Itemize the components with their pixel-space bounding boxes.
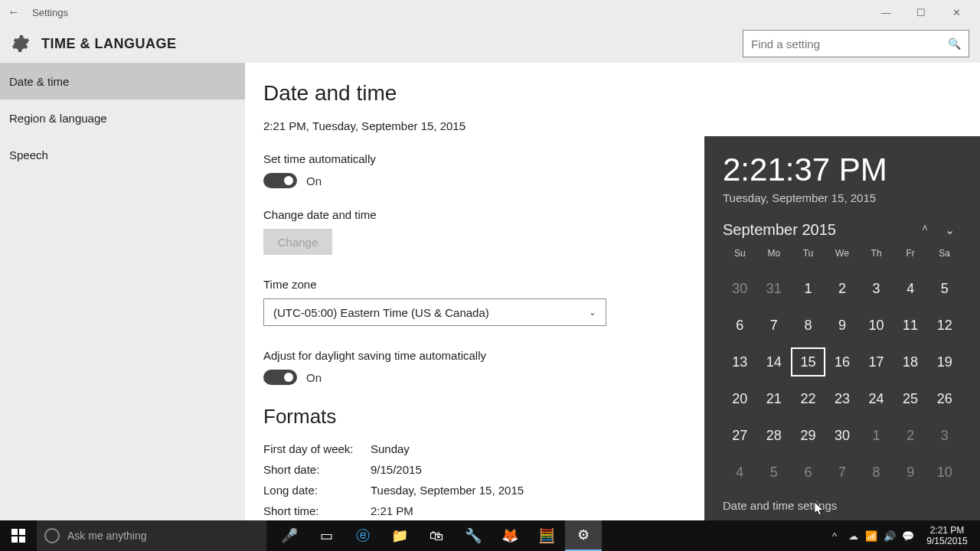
tray-overflow-icon[interactable]: ^ xyxy=(825,530,844,542)
sidebar-item-speech[interactable]: Speech xyxy=(0,136,245,173)
taskbar-clock[interactable]: 2:21 PM 9/15/2015 xyxy=(917,525,977,546)
toggle-set-time-auto[interactable] xyxy=(263,173,297,188)
calendar-day-cell[interactable]: 26 xyxy=(927,384,962,413)
calendar-day-cell[interactable]: 29 xyxy=(791,421,825,450)
tray-notifications-icon[interactable]: 💬 xyxy=(899,530,917,542)
calendar-day-cell[interactable]: 9 xyxy=(893,458,928,487)
close-button[interactable]: ✕ xyxy=(939,7,974,18)
flyout-month[interactable]: September 2015 xyxy=(723,221,913,239)
calendar-day-cell[interactable]: 5 xyxy=(927,274,962,303)
window-title: Settings xyxy=(32,7,68,18)
titlebar: ← Settings — ☐ ✕ xyxy=(0,0,980,24)
format-label: Long date: xyxy=(263,484,371,497)
taskbar-calculator-icon[interactable]: 🧮 xyxy=(528,520,565,551)
calendar-day-cell[interactable]: 2 xyxy=(825,274,860,303)
svg-rect-1 xyxy=(19,529,25,535)
calendar-day-cell[interactable]: 3 xyxy=(859,274,893,303)
calendar-day-cell[interactable]: 27 xyxy=(723,421,757,450)
calendar-day-header: Th xyxy=(859,248,893,266)
start-button[interactable] xyxy=(0,520,37,551)
task-view-button[interactable]: ▭ xyxy=(308,520,345,551)
search-icon: 🔍 xyxy=(948,37,961,50)
maximize-button[interactable]: ☐ xyxy=(903,7,939,18)
month-next-button[interactable]: ⌄ xyxy=(937,223,962,237)
svg-rect-0 xyxy=(11,529,18,535)
calendar-day-cell[interactable]: 7 xyxy=(757,311,792,340)
taskbar-edge-icon[interactable]: ⓔ xyxy=(345,520,381,551)
taskbar-mic-icon[interactable]: 🎤 xyxy=(271,520,308,551)
taskbar-app-icon[interactable]: 🔧 xyxy=(455,520,492,551)
calendar-day-cell[interactable]: 30 xyxy=(825,421,860,450)
calendar-day-cell[interactable]: 19 xyxy=(927,347,962,377)
calendar-day-cell[interactable]: 20 xyxy=(723,384,757,413)
calendar-day-cell[interactable]: 5 xyxy=(757,458,792,487)
taskbar-settings-icon[interactable]: ⚙ xyxy=(565,520,602,551)
calendar-day-cell[interactable]: 30 xyxy=(723,274,757,303)
calendar-day-cell[interactable]: 10 xyxy=(859,311,893,340)
calendar-day-cell[interactable]: 14 xyxy=(757,347,792,377)
taskbar-file-explorer-icon[interactable]: 📁 xyxy=(381,520,418,551)
calendar-day-cell[interactable]: 12 xyxy=(927,311,962,340)
calendar-day-cell[interactable]: 1 xyxy=(859,421,893,450)
month-prev-button[interactable]: ＾ xyxy=(913,222,937,238)
calendar-day-cell[interactable]: 13 xyxy=(723,347,757,377)
calendar-day-cell[interactable]: 6 xyxy=(723,311,757,340)
search-input[interactable] xyxy=(751,37,948,51)
calendar-day-cell[interactable]: 16 xyxy=(825,347,860,377)
search-box[interactable]: 🔍 xyxy=(743,30,969,57)
calendar-day-cell[interactable]: 2 xyxy=(893,421,928,450)
tray-onedrive-icon[interactable]: ☁ xyxy=(844,530,862,542)
chevron-down-icon: ⌄ xyxy=(589,307,596,318)
format-value: 9/15/2015 xyxy=(371,463,422,476)
calendar-day-cell[interactable]: 31 xyxy=(757,274,792,303)
calendar-day-cell[interactable]: 21 xyxy=(757,384,792,413)
calendar-day-header: Tu xyxy=(791,248,825,266)
minimize-button[interactable]: — xyxy=(868,7,903,18)
sidebar-item-date-time[interactable]: Date & time xyxy=(0,63,245,99)
page-title: TIME & LANGUAGE xyxy=(41,36,177,52)
toggle-dst[interactable] xyxy=(263,370,297,385)
taskbar: Ask me anything 🎤 ▭ ⓔ 📁 🛍 🔧 🦊 🧮 ⚙ ^ ☁ 📶 … xyxy=(0,520,980,551)
calendar-day-cell[interactable]: 23 xyxy=(825,384,860,413)
calendar-day-cell[interactable]: 25 xyxy=(893,384,928,413)
calendar-day-cell[interactable]: 6 xyxy=(791,458,825,487)
calendar-day-cell[interactable]: 4 xyxy=(723,458,757,487)
calendar-day-cell[interactable]: 10 xyxy=(927,458,962,487)
sidebar-item-region-language[interactable]: Region & language xyxy=(0,99,245,136)
timezone-value: (UTC-05:00) Eastern Time (US & Canada) xyxy=(273,306,489,319)
current-datetime: 2:21 PM, Tuesday, September 15, 2015 xyxy=(263,119,962,132)
calendar-day-cell[interactable]: 24 xyxy=(859,384,893,413)
calendar-day-cell[interactable]: 9 xyxy=(825,311,860,340)
tray-volume-icon[interactable]: 🔊 xyxy=(880,530,899,542)
flyout-date: Tuesday, September 15, 2015 xyxy=(723,191,962,204)
calendar-day-cell[interactable]: 28 xyxy=(757,421,792,450)
tray-network-icon[interactable]: 📶 xyxy=(862,530,880,542)
calendar-day-cell[interactable]: 3 xyxy=(927,421,962,450)
cortana-search[interactable]: Ask me anything xyxy=(37,520,266,551)
calendar-day-cell[interactable]: 8 xyxy=(859,458,893,487)
timezone-select[interactable]: (UTC-05:00) Eastern Time (US & Canada) ⌄ xyxy=(263,298,606,326)
toggle-set-time-auto-state: On xyxy=(306,174,322,187)
calendar-day-cell[interactable]: 1 xyxy=(791,274,825,303)
heading-date-time: Date and time xyxy=(263,81,962,106)
header: TIME & LANGUAGE 🔍 xyxy=(0,24,980,63)
format-label: Short date: xyxy=(263,463,371,476)
calendar-day-cell[interactable]: 11 xyxy=(893,311,928,340)
calendar-day-cell[interactable]: 22 xyxy=(791,384,825,413)
taskbar-firefox-icon[interactable]: 🦊 xyxy=(492,520,528,551)
calendar-day-cell[interactable]: 4 xyxy=(893,274,928,303)
change-button: Change xyxy=(263,229,332,255)
format-label: First day of week: xyxy=(263,442,371,455)
calendar-day-header: We xyxy=(825,248,860,266)
calendar-day-cell[interactable]: 15 xyxy=(791,347,825,377)
back-button[interactable]: ← xyxy=(6,5,21,19)
gear-icon xyxy=(11,34,31,54)
toggle-dst-state: On xyxy=(306,371,322,384)
taskbar-store-icon[interactable]: 🛍 xyxy=(418,520,455,551)
calendar-day-cell[interactable]: 18 xyxy=(893,347,928,377)
svg-rect-2 xyxy=(11,536,18,543)
calendar-day-cell[interactable]: 7 xyxy=(825,458,860,487)
calendar-day-cell[interactable]: 17 xyxy=(859,347,893,377)
date-time-settings-link[interactable]: Date and time settings xyxy=(723,499,962,512)
calendar-day-cell[interactable]: 8 xyxy=(791,311,825,340)
